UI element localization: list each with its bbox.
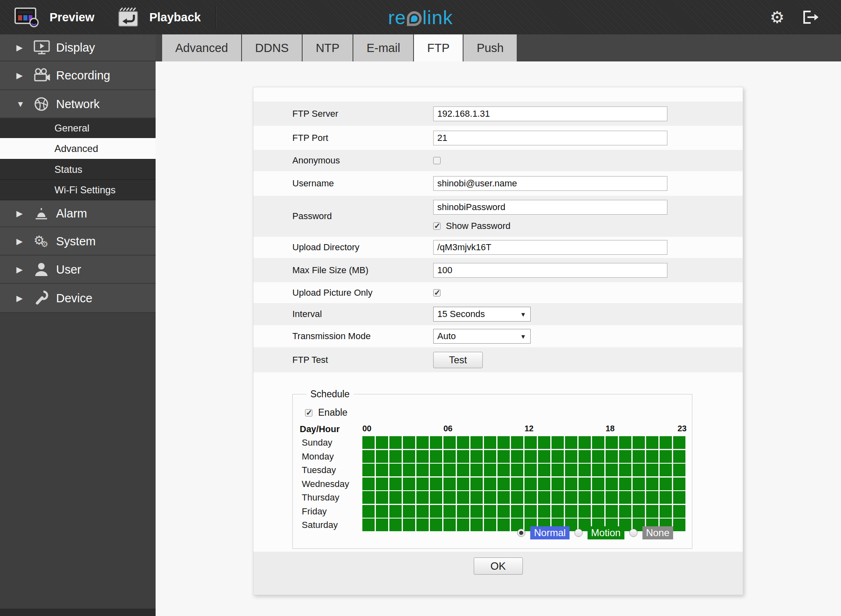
schedule-cell[interactable]	[619, 491, 631, 504]
schedule-cell[interactable]	[673, 464, 685, 476]
schedule-cell[interactable]	[619, 464, 631, 476]
schedule-cell[interactable]	[443, 436, 456, 449]
schedule-cell[interactable]	[552, 436, 564, 449]
schedule-cell[interactable]	[565, 436, 577, 449]
schedule-cell[interactable]	[579, 450, 591, 463]
schedule-cell[interactable]	[673, 436, 685, 449]
schedule-cell[interactable]	[660, 505, 672, 518]
schedule-cell[interactable]	[416, 464, 429, 476]
sidebar-item-display[interactable]: ▶ Display	[0, 34, 156, 61]
ftp-server-input[interactable]	[433, 106, 667, 121]
settings-gear-icon[interactable]: ⚙	[770, 9, 784, 25]
upload-picture-only-checkbox[interactable]	[433, 289, 441, 297]
schedule-cell[interactable]	[646, 464, 658, 476]
tab-ftp[interactable]: FTP	[414, 34, 463, 61]
schedule-cell[interactable]	[430, 491, 442, 504]
none-radio[interactable]	[629, 529, 638, 537]
password-input[interactable]	[433, 200, 667, 215]
schedule-cell[interactable]	[660, 436, 672, 449]
schedule-cell[interactable]	[457, 436, 469, 449]
max-file-size-input[interactable]	[433, 263, 667, 278]
schedule-cell[interactable]	[511, 450, 523, 463]
schedule-cell[interactable]	[497, 491, 510, 504]
schedule-cell[interactable]	[592, 491, 604, 504]
none-mode-chip[interactable]: None	[642, 526, 673, 539]
schedule-cell[interactable]	[579, 478, 591, 490]
schedule-cell[interactable]	[646, 491, 658, 504]
schedule-cell[interactable]	[646, 478, 658, 490]
schedule-cell[interactable]	[430, 436, 442, 449]
sidebar-item-alarm[interactable]: ▶ Alarm	[0, 200, 156, 227]
schedule-cell[interactable]	[362, 464, 375, 476]
schedule-cell[interactable]	[497, 450, 510, 463]
tab-email[interactable]: E-mail	[353, 34, 413, 61]
schedule-cell[interactable]	[362, 491, 375, 504]
logout-icon[interactable]	[801, 8, 820, 26]
schedule-cell[interactable]	[592, 450, 604, 463]
tab-ntp[interactable]: NTP	[303, 34, 353, 61]
schedule-cell[interactable]	[416, 450, 429, 463]
schedule-cell[interactable]	[633, 505, 645, 518]
schedule-cell[interactable]	[403, 491, 415, 504]
schedule-cell[interactable]	[470, 519, 483, 531]
schedule-cell[interactable]	[538, 505, 550, 518]
schedule-cell[interactable]	[579, 436, 591, 449]
schedule-cell[interactable]	[673, 478, 685, 490]
transmission-mode-select[interactable]: Auto ▼	[433, 329, 531, 344]
schedule-cell[interactable]	[538, 478, 550, 490]
sidebar-subitem-status[interactable]: Status	[0, 159, 156, 180]
schedule-cell[interactable]	[552, 450, 564, 463]
schedule-cell[interactable]	[416, 519, 429, 531]
schedule-cell[interactable]	[606, 436, 618, 449]
schedule-cell[interactable]	[416, 491, 429, 504]
schedule-cell[interactable]	[376, 436, 388, 449]
schedule-cell[interactable]	[470, 491, 483, 504]
schedule-cell[interactable]	[403, 436, 415, 449]
schedule-cell[interactable]	[443, 491, 456, 504]
schedule-cell[interactable]	[376, 505, 388, 518]
schedule-cell[interactable]	[362, 505, 375, 518]
schedule-cell[interactable]	[484, 519, 496, 531]
schedule-cell[interactable]	[430, 505, 442, 518]
schedule-cell[interactable]	[511, 478, 523, 490]
schedule-cell[interactable]	[646, 505, 658, 518]
schedule-cell[interactable]	[443, 464, 456, 476]
schedule-cell[interactable]	[470, 464, 483, 476]
schedule-cell[interactable]	[430, 464, 442, 476]
schedule-cell[interactable]	[376, 450, 388, 463]
schedule-cell[interactable]	[673, 519, 685, 531]
schedule-cell[interactable]	[470, 436, 483, 449]
schedule-cell[interactable]	[457, 450, 469, 463]
username-input[interactable]	[433, 176, 667, 191]
schedule-cell[interactable]	[389, 505, 402, 518]
schedule-cell[interactable]	[362, 519, 375, 531]
preview-nav-button[interactable]: Preview	[0, 0, 106, 34]
normal-radio[interactable]	[517, 529, 525, 537]
schedule-cell[interactable]	[538, 491, 550, 504]
schedule-cell[interactable]	[660, 478, 672, 490]
schedule-cell[interactable]	[606, 478, 618, 490]
schedule-cell[interactable]	[497, 436, 510, 449]
schedule-cell[interactable]	[457, 519, 469, 531]
schedule-cell[interactable]	[484, 450, 496, 463]
schedule-cell[interactable]	[389, 436, 402, 449]
schedule-cell[interactable]	[470, 450, 483, 463]
schedule-cell[interactable]	[430, 478, 442, 490]
schedule-cell[interactable]	[660, 464, 672, 476]
schedule-cell[interactable]	[362, 478, 375, 490]
schedule-cell[interactable]	[619, 478, 631, 490]
schedule-cell[interactable]	[470, 505, 483, 518]
schedule-cell[interactable]	[606, 505, 618, 518]
schedule-cell[interactable]	[389, 519, 402, 531]
upload-directory-input[interactable]	[433, 240, 667, 255]
schedule-cell[interactable]	[673, 491, 685, 504]
schedule-cell[interactable]	[524, 505, 537, 518]
schedule-cell[interactable]	[633, 436, 645, 449]
schedule-cell[interactable]	[633, 478, 645, 490]
schedule-cell[interactable]	[524, 478, 537, 490]
schedule-cell[interactable]	[403, 464, 415, 476]
schedule-cell[interactable]	[511, 505, 523, 518]
schedule-cell[interactable]	[484, 436, 496, 449]
schedule-cell[interactable]	[579, 505, 591, 518]
schedule-cell[interactable]	[552, 464, 564, 476]
